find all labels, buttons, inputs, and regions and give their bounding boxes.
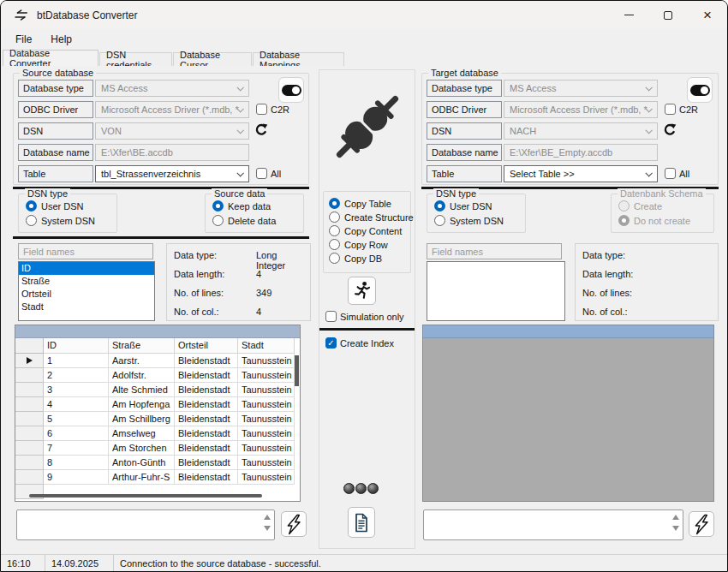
target-dbname-field[interactable]: E:\Xfer\BE_Empty.accdb — [504, 144, 658, 161]
list-item[interactable]: Ortsteil — [19, 288, 154, 301]
row-selector[interactable] — [15, 441, 44, 456]
grid-cell[interactable]: Aarstr. — [109, 354, 175, 368]
tab-database-mappings[interactable]: Database Mappings — [253, 52, 344, 66]
row-selector[interactable] — [15, 397, 44, 412]
grid-column-header[interactable]: ID — [44, 338, 109, 354]
grid-cell[interactable]: Amselweg — [109, 426, 175, 441]
table-row[interactable]: 2 Adolfstr. Bleidenstadt Taunusstein — [15, 368, 300, 383]
grid-cell[interactable]: Taunusstein — [238, 397, 295, 412]
source-user-dsn-radio[interactable]: User DSN — [26, 200, 84, 212]
table-row[interactable]: 9 Arthur-Fuhr-S Bleidenstadt Taunusstein — [15, 470, 300, 485]
create-index-checkbox[interactable]: ✓Create Index — [325, 337, 394, 349]
scrollbar-arrows[interactable] — [264, 515, 271, 531]
grid-cell[interactable]: Taunusstein — [238, 470, 295, 485]
source-field-names-list[interactable]: ID Straße Ortsteil Stadt — [18, 261, 155, 321]
log-report-button[interactable] — [348, 507, 375, 538]
grid-cell[interactable]: 5 — [44, 412, 109, 426]
list-item[interactable]: Straße — [19, 275, 154, 288]
table-row[interactable]: 8 Anton-Günth Bleidenstadt Taunusstein — [15, 456, 300, 470]
grid-cell[interactable]: Am Hopfenga — [109, 397, 175, 412]
source-data-grid[interactable]: ID Straße Ortsteil Stadt 1 Aarstr. Bleid… — [15, 325, 301, 502]
target-all-checkbox[interactable]: All — [665, 168, 689, 179]
row-selector[interactable] — [15, 426, 44, 441]
row-selector[interactable] — [15, 456, 44, 470]
target-data-grid[interactable] — [422, 325, 714, 502]
copy-row-radio[interactable]: Copy Row — [329, 239, 388, 250]
source-c2r-checkbox[interactable]: C2R — [256, 104, 289, 115]
grid-cell[interactable]: 2 — [44, 368, 109, 383]
target-connection-toggle[interactable] — [687, 77, 713, 103]
row-selector[interactable] — [15, 383, 44, 397]
title-bar[interactable]: btDatabase Converter × — [1, 1, 727, 29]
target-log-textbox[interactable] — [423, 509, 683, 540]
create-structure-radio[interactable]: Create Structure — [329, 212, 414, 223]
grid-cell[interactable]: 7 — [44, 441, 109, 456]
grid-cell[interactable]: 6 — [44, 426, 109, 441]
grid-cell[interactable]: Taunusstein — [238, 441, 295, 456]
target-field-names-list[interactable] — [427, 261, 565, 321]
target-table-select[interactable]: Select Table >> — [504, 165, 658, 182]
run-button[interactable] — [348, 277, 376, 305]
grid-cell[interactable]: Taunusstein — [238, 383, 295, 397]
target-db-type-select[interactable]: MS Access — [504, 80, 658, 97]
table-row[interactable]: 3 Alte Schmied Bleidenstadt Taunusstein — [15, 383, 300, 397]
source-dsn-select[interactable]: VON — [95, 122, 249, 140]
target-odbc-select[interactable]: Microsoft Access Driver (*.mdb, * — [504, 101, 658, 118]
grid-cell[interactable]: Bleidenstadt — [175, 426, 238, 441]
source-table-select[interactable]: tbl_Strassenverzeichnis — [95, 165, 249, 182]
source-execute-button[interactable] — [281, 511, 307, 537]
grid-cell[interactable]: Bleidenstadt — [175, 456, 238, 470]
menu-file[interactable]: File — [8, 31, 39, 48]
grid-cell[interactable]: 3 — [44, 383, 109, 397]
copy-content-radio[interactable]: Copy Content — [329, 225, 402, 236]
source-odbc-select[interactable]: Microsoft Access Driver (*.mdb, * — [95, 101, 249, 118]
maximize-button[interactable] — [648, 1, 688, 29]
target-system-dsn-radio[interactable]: System DSN — [434, 215, 504, 226]
vertical-scrollbar-thumb[interactable] — [295, 355, 299, 386]
grid-cell[interactable]: Am Schillberg — [109, 412, 175, 426]
grid-cell[interactable]: Taunusstein — [238, 354, 295, 368]
scrollbar-arrows[interactable] — [672, 515, 679, 531]
target-dsn-refresh-button[interactable] — [663, 123, 677, 139]
grid-cell[interactable]: 9 — [44, 470, 109, 485]
table-row[interactable]: 4 Am Hopfenga Bleidenstadt Taunusstein — [15, 397, 300, 412]
target-execute-button[interactable] — [689, 511, 714, 537]
source-connection-toggle[interactable] — [278, 77, 304, 103]
grid-cell[interactable]: Taunusstein — [238, 456, 295, 470]
horizontal-scrollbar-thumb[interactable] — [29, 494, 262, 498]
close-button[interactable]: × — [688, 1, 727, 29]
source-all-checkbox[interactable]: All — [256, 168, 281, 179]
grid-cell[interactable]: Bleidenstadt — [175, 368, 238, 383]
grid-cell[interactable]: Anton-Günth — [109, 456, 175, 470]
grid-cell[interactable]: Bleidenstadt — [175, 397, 238, 412]
row-selector[interactable] — [15, 470, 44, 485]
grid-cell[interactable]: 4 — [44, 397, 109, 412]
grid-column-header[interactable]: Straße — [109, 338, 175, 354]
grid-cell[interactable]: Alte Schmied — [109, 383, 175, 397]
copy-table-radio[interactable]: Copy Table — [329, 198, 391, 209]
table-row[interactable]: 5 Am Schillberg Bleidenstadt Taunusstein — [15, 412, 300, 426]
grid-cell[interactable]: Bleidenstadt — [175, 470, 238, 485]
keep-data-radio[interactable]: Keep data — [212, 200, 271, 212]
grid-corner-cell[interactable] — [15, 338, 44, 354]
grid-cell[interactable]: Taunusstein — [238, 412, 295, 426]
grid-cell[interactable]: Taunusstein — [238, 426, 295, 441]
table-row[interactable]: 7 Am Storchen Bleidenstadt Taunusstein — [15, 441, 300, 456]
grid-column-header[interactable]: Stadt — [238, 338, 295, 354]
grid-cell[interactable]: 8 — [44, 456, 109, 470]
schema-create-radio[interactable]: Create — [618, 200, 662, 212]
list-item[interactable]: Stadt — [19, 301, 154, 313]
minimize-button[interactable] — [609, 1, 648, 29]
grid-cell[interactable]: Taunusstein — [238, 368, 295, 383]
target-dsn-select[interactable]: NACH — [504, 122, 658, 140]
source-log-textbox[interactable] — [16, 509, 275, 540]
target-user-dsn-radio[interactable]: User DSN — [434, 200, 492, 212]
source-system-dsn-radio[interactable]: System DSN — [26, 215, 95, 226]
schema-no-create-radio[interactable]: Do not create — [618, 215, 690, 226]
grid-cell[interactable]: Arthur-Fuhr-S — [109, 470, 175, 485]
list-item[interactable]: ID — [19, 262, 154, 275]
source-dsn-refresh-button[interactable] — [254, 123, 268, 139]
source-db-type-select[interactable]: MS Access — [95, 80, 249, 97]
grid-cell[interactable]: Bleidenstadt — [175, 441, 238, 456]
copy-db-radio[interactable]: Copy DB — [329, 253, 382, 264]
